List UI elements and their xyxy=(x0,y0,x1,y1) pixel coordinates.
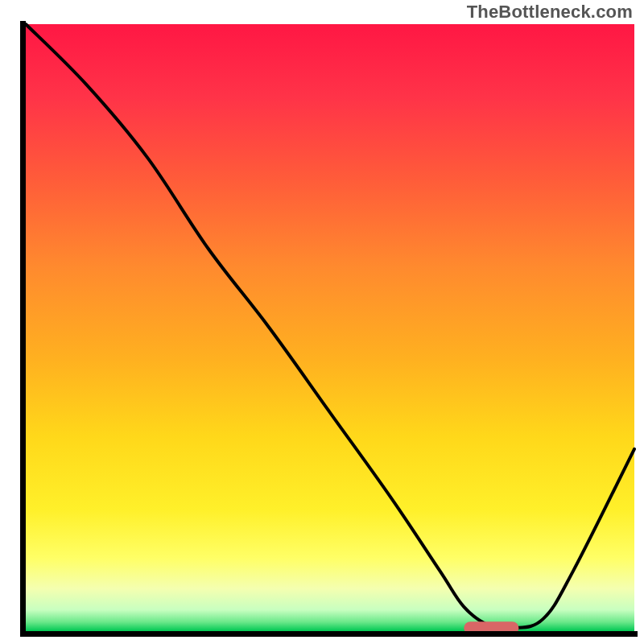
chart-container: { "watermark": "TheBottleneck.com", "cha… xyxy=(0,0,644,644)
watermark-text: TheBottleneck.com xyxy=(467,2,633,23)
bottleneck-chart xyxy=(0,0,644,644)
plot-background xyxy=(26,24,634,631)
